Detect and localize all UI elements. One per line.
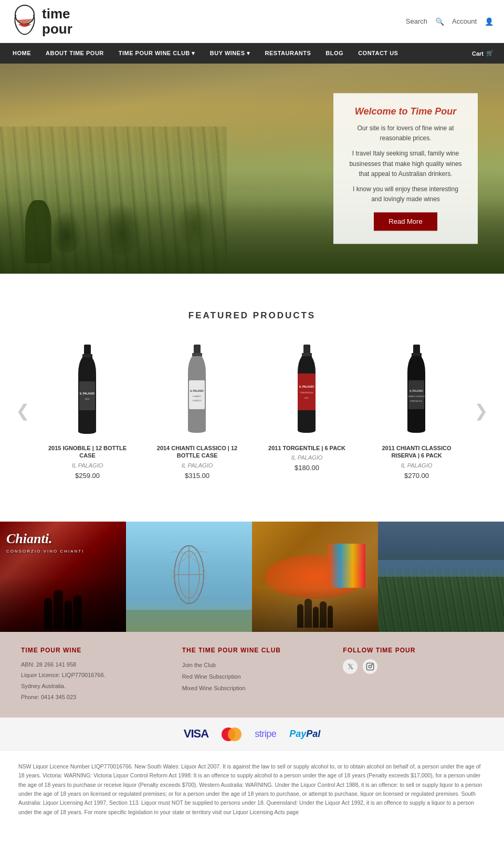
product-name-2: 2014 CHIANTI CLASSICO | 12 BOTTLE CASE (150, 444, 244, 460)
logo-line2: pour (42, 22, 72, 37)
sculpture-svg (171, 538, 207, 611)
products-carousel: ❮ IL PALAGIO 2015 2015 IGNOBILE | 12 BOT… (10, 337, 494, 485)
product-price-4: $270.00 (370, 472, 464, 480)
product-brand-2: IL PALAGIO (150, 462, 244, 469)
svg-text:IL PALAGIO: IL PALAGIO (190, 390, 204, 392)
svg-text:2011: 2011 (304, 397, 309, 399)
footer-col-3: FOLLOW TIME POUR 𝕏 (343, 647, 483, 703)
svg-text:IL PALAGIO: IL PALAGIO (80, 392, 94, 395)
featured-title: FEATURED PRODUCTS (10, 310, 494, 321)
gallery-item-2[interactable] (126, 522, 252, 632)
product-bottle-4: IL PALAGIO CHIANTI CLASSICO RISERVA 2011 (370, 342, 464, 436)
product-card-2[interactable]: IL PALAGIO CHIANTI CLASSICO 2014 CHIANTI… (145, 337, 249, 485)
logo-line1: time (42, 6, 72, 22)
nav-list: HOME ABOUT TIME POUR TIME POUR WINE CLUB… (5, 43, 405, 64)
svg-text:IL PALAGIO: IL PALAGIO (410, 390, 423, 392)
footer-phone: Phone: 0414 345 023 (21, 692, 161, 703)
product-bottle-1: IL PALAGIO 2015 (40, 342, 134, 436)
nav-item-about[interactable]: ABOUT TIME POUR (38, 43, 111, 64)
footer-link-join[interactable]: Join the Club (182, 659, 322, 671)
dropdown-arrow: ▾ (192, 50, 195, 56)
product-name-3: 2011 TORGENTILE | 6 PACK (260, 444, 354, 452)
mastercard-logo (222, 727, 242, 740)
svg-rect-18 (413, 345, 420, 354)
bottle-svg-2: IL PALAGIO CHIANTI CLASSICO (183, 345, 212, 436)
site-header: time pour Search 🔍 Account 👤 (0, 0, 504, 43)
nav-item-blog[interactable]: BLOG (318, 43, 351, 64)
legal-section: NSW Liquor Licence Number LIQP770016766.… (0, 750, 504, 828)
hero-content-box: Welcome to Time Pour Our site is for lov… (333, 93, 478, 244)
search-icon: 🔍 (435, 17, 444, 26)
footer-col3-title: FOLLOW TIME POUR (343, 647, 483, 654)
nav-item-buywines[interactable]: BUY WINES ▾ (203, 43, 258, 64)
svg-text:CLASSICO: CLASSICO (192, 400, 202, 402)
cart-button[interactable]: Cart 🛒 (467, 50, 499, 57)
carousel-next-button[interactable]: ❯ (469, 396, 494, 426)
cart-icon: 🛒 (486, 50, 494, 57)
logo[interactable]: time pour (10, 4, 72, 38)
svg-rect-6 (194, 345, 201, 354)
chianti-subtext: CONSORZIO VINO CHIANTI (6, 549, 84, 554)
product-card-4[interactable]: IL PALAGIO CHIANTI CLASSICO RISERVA 2011… (364, 337, 469, 485)
footer-link-mixed[interactable]: Mixed Wine Subscription (182, 682, 322, 694)
logo-icon (10, 4, 39, 38)
hero-section: Welcome to Time Pour Our site is for lov… (0, 64, 504, 274)
gallery-item-1[interactable]: Chianti. CONSORZIO VINO CHIANTI (0, 522, 126, 632)
svg-rect-30 (367, 663, 374, 670)
photo-gallery: Chianti. CONSORZIO VINO CHIANTI (0, 522, 504, 632)
nav-item-restaurants[interactable]: RESTAURANTS (258, 43, 319, 64)
footer-link-red[interactable]: Red Wine Subscription (182, 671, 322, 682)
search-link[interactable]: Search (406, 17, 427, 25)
hero-title: Welcome to Time Pour (348, 106, 463, 117)
svg-point-32 (372, 664, 372, 664)
account-link[interactable]: Account (452, 17, 477, 25)
footer-col1-title: TIME POUR WINE (21, 647, 161, 654)
header-actions: Search 🔍 Account 👤 (406, 17, 494, 26)
nav-item-home[interactable]: HOME (5, 43, 38, 64)
gallery-item-4[interactable] (378, 522, 504, 632)
visa-logo: VISA (184, 727, 208, 741)
product-bottle-3: IL PALAGIO TORGENTILE 2011 (260, 342, 354, 436)
product-card-3[interactable]: IL PALAGIO TORGENTILE 2011 2011 TORGENTI… (255, 337, 359, 485)
footer-info: TIME POUR WINE ABN: 28 266 141 958 Liquo… (0, 632, 504, 718)
product-card-1[interactable]: IL PALAGIO 2015 2015 IGNOBILE | 12 BOTTL… (35, 337, 140, 485)
footer-col-2: THE TIME POUR WINE CLUB Join the Club Re… (182, 647, 322, 703)
footer-licence: Liquor Licence: LIQP770016766. (21, 670, 161, 681)
bottle-svg-3: IL PALAGIO TORGENTILE 2011 (292, 345, 321, 436)
read-more-button[interactable]: Read More (374, 213, 437, 231)
svg-text:RISERVA 2011: RISERVA 2011 (410, 400, 423, 402)
legal-text: NSW Liquor Licence Number LIQP770016766.… (18, 762, 486, 817)
nav-item-contact[interactable]: CONTACT US (351, 43, 405, 64)
product-brand-1: IL PALAGIO (40, 462, 134, 469)
product-name-1: 2015 IGNOBILE | 12 BOTTLE CASE (40, 444, 134, 460)
product-name-4: 2011 CHIANTI CLASSICO RISERVA | 6 PACK (370, 444, 464, 460)
svg-rect-3 (79, 381, 95, 410)
product-brand-4: IL PALAGIO (370, 462, 464, 469)
chianti-text: Chianti. (6, 531, 52, 547)
svg-text:CHIANTI CLASSICO: CHIANTI CLASSICO (408, 396, 425, 398)
nav-item-wineclub[interactable]: TIME POUR WINE CLUB ▾ (111, 43, 203, 64)
footer-col2-title: THE TIME POUR WINE CLUB (182, 647, 322, 654)
stripe-logo: stripe (255, 729, 276, 740)
svg-rect-20 (408, 380, 424, 409)
product-price-1: $259.00 (40, 472, 134, 480)
gallery-item-3[interactable] (252, 522, 378, 632)
svg-text:2015: 2015 (85, 398, 90, 400)
cart-label: Cart (472, 50, 484, 57)
hero-text1: Our site is for lovers of fine wine at r… (348, 123, 463, 143)
svg-rect-12 (303, 345, 310, 354)
product-price-2: $315.00 (150, 472, 244, 480)
twitter-link[interactable]: 𝕏 (343, 659, 358, 674)
footer-col-1: TIME POUR WINE ABN: 28 266 141 958 Liquo… (21, 647, 161, 703)
product-brand-3: IL PALAGIO (260, 454, 354, 461)
dropdown-arrow: ▾ (247, 50, 250, 56)
svg-text:CHIANTI: CHIANTI (193, 395, 201, 398)
instagram-icon (363, 659, 377, 674)
paypal-logo: PayPal (289, 729, 320, 740)
featured-section: FEATURED PRODUCTS ❮ IL PALAGIO 2015 (0, 300, 504, 506)
carousel-prev-button[interactable]: ❮ (10, 396, 35, 426)
hero-text3: I know you will enjoy these interesting … (348, 184, 463, 204)
instagram-link[interactable] (363, 659, 377, 674)
svg-text:TORGENTILE: TORGENTILE (300, 391, 313, 394)
account-icon: 👤 (485, 17, 494, 26)
